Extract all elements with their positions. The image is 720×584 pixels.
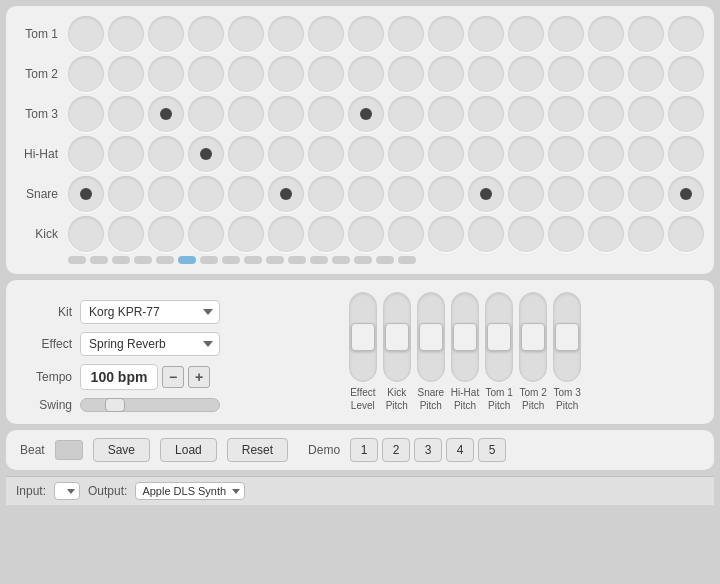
beat-btn[interactable] (228, 136, 264, 172)
beat-btn[interactable] (348, 16, 384, 52)
page-dot[interactable] (68, 256, 86, 264)
beat-btn[interactable] (588, 216, 624, 252)
page-dot[interactable] (134, 256, 152, 264)
beat-btn[interactable] (268, 96, 304, 132)
beat-btn[interactable] (388, 136, 424, 172)
beat-btn[interactable] (188, 136, 224, 172)
beat-btn[interactable] (108, 96, 144, 132)
fader-track-hihat-pitch[interactable] (451, 292, 479, 382)
beat-btn[interactable] (188, 16, 224, 52)
fader-handle-hihat-pitch[interactable] (453, 323, 477, 351)
beat-btn[interactable] (548, 16, 584, 52)
beat-btn[interactable] (588, 136, 624, 172)
beat-btn[interactable] (268, 56, 304, 92)
beat-btn[interactable] (388, 16, 424, 52)
beat-btn[interactable] (148, 136, 184, 172)
demo-btn-4[interactable]: 4 (446, 438, 474, 462)
beat-btn[interactable] (508, 136, 544, 172)
input-select[interactable] (54, 482, 80, 500)
beat-btn[interactable] (348, 216, 384, 252)
beat-btn[interactable] (148, 96, 184, 132)
beat-btn[interactable] (428, 56, 464, 92)
beat-btn[interactable] (68, 16, 104, 52)
fader-handle-snare-pitch[interactable] (419, 323, 443, 351)
page-dot[interactable] (398, 256, 416, 264)
demo-btn-1[interactable]: 1 (350, 438, 378, 462)
beat-btn[interactable] (268, 16, 304, 52)
beat-btn[interactable] (468, 16, 504, 52)
effect-select[interactable]: Spring ReverbRoom ReverbHall ReverbDelay… (80, 332, 220, 356)
beat-btn[interactable] (628, 16, 664, 52)
fader-handle-effect-level[interactable] (351, 323, 375, 351)
page-dot[interactable] (332, 256, 350, 264)
beat-btn[interactable] (308, 16, 344, 52)
fader-handle-tom1-pitch[interactable] (487, 323, 511, 351)
beat-btn[interactable] (628, 216, 664, 252)
beat-btn[interactable] (348, 56, 384, 92)
beat-btn[interactable] (68, 136, 104, 172)
page-dot[interactable] (200, 256, 218, 264)
page-dot[interactable] (354, 256, 372, 264)
beat-btn[interactable] (268, 176, 304, 212)
beat-btn[interactable] (628, 136, 664, 172)
beat-btn[interactable] (668, 96, 704, 132)
beat-btn[interactable] (468, 56, 504, 92)
beat-btn[interactable] (588, 16, 624, 52)
output-select[interactable]: Apple DLS Synth (135, 482, 245, 500)
fader-track-effect-level[interactable] (349, 292, 377, 382)
beat-btn[interactable] (508, 176, 544, 212)
beat-btn[interactable] (548, 56, 584, 92)
beat-btn[interactable] (388, 96, 424, 132)
beat-btn[interactable] (388, 56, 424, 92)
page-dot[interactable] (376, 256, 394, 264)
fader-track-kick-pitch[interactable] (383, 292, 411, 382)
save-button[interactable]: Save (93, 438, 150, 462)
beat-btn[interactable] (428, 96, 464, 132)
page-dot[interactable] (156, 256, 174, 264)
beat-btn[interactable] (348, 96, 384, 132)
page-dot[interactable] (178, 256, 196, 264)
beat-btn[interactable] (508, 216, 544, 252)
beat-btn[interactable] (148, 56, 184, 92)
beat-btn[interactable] (108, 176, 144, 212)
swing-slider[interactable] (80, 398, 220, 412)
beat-btn[interactable] (388, 176, 424, 212)
beat-btn[interactable] (68, 216, 104, 252)
beat-btn[interactable] (108, 56, 144, 92)
beat-btn[interactable] (588, 96, 624, 132)
beat-btn[interactable] (348, 176, 384, 212)
tempo-plus-button[interactable]: + (188, 366, 210, 388)
fader-track-tom2-pitch[interactable] (519, 292, 547, 382)
beat-btn[interactable] (268, 136, 304, 172)
beat-btn[interactable] (508, 16, 544, 52)
beat-btn[interactable] (468, 176, 504, 212)
beat-btn[interactable] (308, 136, 344, 172)
beat-btn[interactable] (68, 96, 104, 132)
fader-track-tom1-pitch[interactable] (485, 292, 513, 382)
fader-track-tom3-pitch[interactable] (553, 292, 581, 382)
beat-btn[interactable] (188, 96, 224, 132)
demo-btn-2[interactable]: 2 (382, 438, 410, 462)
beat-btn[interactable] (668, 16, 704, 52)
beat-btn[interactable] (548, 216, 584, 252)
page-dot[interactable] (90, 256, 108, 264)
beat-btn[interactable] (388, 216, 424, 252)
beat-btn[interactable] (428, 216, 464, 252)
fader-handle-tom3-pitch[interactable] (555, 323, 579, 351)
beat-btn[interactable] (228, 96, 264, 132)
beat-btn[interactable] (548, 176, 584, 212)
beat-btn[interactable] (468, 136, 504, 172)
beat-btn[interactable] (508, 56, 544, 92)
beat-btn[interactable] (668, 176, 704, 212)
beat-btn[interactable] (668, 216, 704, 252)
beat-btn[interactable] (228, 176, 264, 212)
tempo-minus-button[interactable]: − (162, 366, 184, 388)
fader-handle-tom2-pitch[interactable] (521, 323, 545, 351)
page-dot[interactable] (266, 256, 284, 264)
kit-select[interactable]: Korg KPR-77TR-808TR-909LinnDrum (80, 300, 220, 324)
reset-button[interactable]: Reset (227, 438, 288, 462)
beat-btn[interactable] (308, 56, 344, 92)
beat-btn[interactable] (628, 176, 664, 212)
beat-btn[interactable] (308, 176, 344, 212)
beat-btn[interactable] (68, 176, 104, 212)
